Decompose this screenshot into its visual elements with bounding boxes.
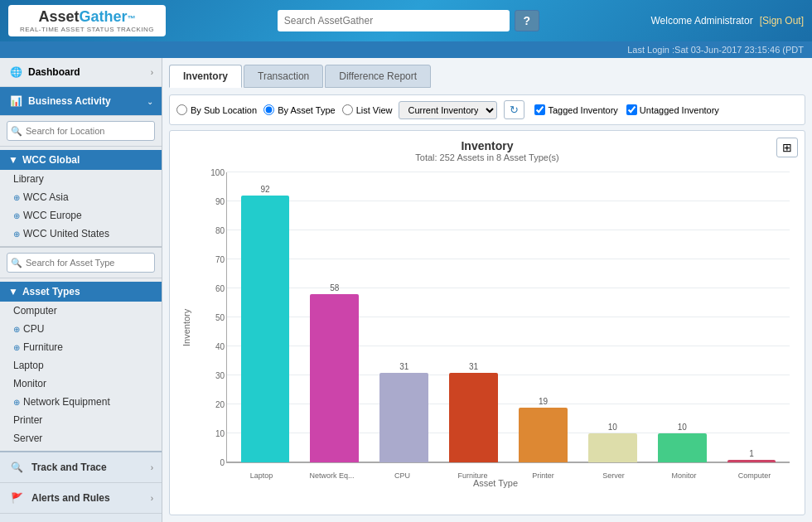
bar-value-label: 19	[539, 397, 548, 406]
chart-subtitle: Total: 252 Assets in 8 Asset Type(s)	[178, 152, 796, 162]
sidebar-item-business-activity[interactable]: 📊 Business Activity ⌄	[0, 87, 162, 116]
search-asset-input[interactable]	[7, 253, 155, 273]
inventory-checkbox-group: Tagged Inventory Untagged Inventory	[534, 104, 718, 115]
logo-subtitle: REAL-TIME ASSET STATUS TRACKING	[15, 26, 159, 33]
asset-item-cpu[interactable]: ⊕ CPU	[0, 320, 162, 338]
y-tick-label: 30	[215, 371, 225, 380]
sign-out-link[interactable]: [Sign Out]	[760, 15, 804, 27]
content-area: Inventory Transaction Difference Report …	[162, 58, 812, 522]
location-expand-icon: ▼	[8, 154, 18, 166]
search-button[interactable]: ?	[515, 10, 539, 31]
y-tick-label: 60	[215, 284, 225, 293]
bar-group: 92	[230, 172, 300, 462]
printer-label: Printer	[13, 414, 42, 426]
asset-tree-header: ▼ Asset Types	[0, 282, 162, 302]
tagged-inventory-label[interactable]: Tagged Inventory	[534, 104, 617, 115]
search-location-wrapper: 🔍	[7, 121, 155, 141]
welcome-text: Welcome Administrator	[650, 15, 752, 27]
asset-tree: ▼ Asset Types Computer ⊕ CPU ⊕ Furniture…	[0, 278, 162, 451]
radio-asset-type[interactable]	[263, 104, 274, 115]
untagged-inventory-checkbox[interactable]	[626, 104, 637, 115]
radio-sub-location-label[interactable]: By Sub Location	[191, 105, 257, 115]
library-label: Library	[13, 173, 44, 185]
y-tick-label: 90	[215, 197, 225, 206]
chart-controls: By Sub Location By Asset Type List View …	[169, 94, 805, 125]
bar-value-label: 10	[678, 423, 687, 432]
logo-title: AssetGather™	[15, 8, 159, 26]
chart-container: Inventory Total: 252 Assets in 8 Asset T…	[169, 130, 805, 515]
y-tick-label: 20	[215, 400, 225, 409]
radio-asset-type-label[interactable]: By Asset Type	[278, 105, 336, 115]
bar	[449, 373, 498, 463]
tab-transaction[interactable]: Transaction	[244, 65, 323, 88]
logo: AssetGather™ REAL-TIME ASSET STATUS TRAC…	[8, 5, 166, 36]
bar	[379, 373, 428, 463]
asset-section-title: Asset Types	[22, 286, 80, 297]
cpu-label: CPU	[23, 323, 44, 335]
search-input[interactable]	[278, 10, 510, 31]
export-button[interactable]: ⊞	[776, 138, 798, 157]
asset-item-network-equipment[interactable]: ⊕ Network Equipment	[0, 393, 162, 411]
radio-list-view-label[interactable]: List View	[356, 105, 393, 115]
bar-group: 19	[509, 172, 578, 462]
bar	[310, 294, 359, 462]
asset-item-furniture[interactable]: ⊕ Furniture	[0, 338, 162, 356]
dashboard-icon: 🌐	[8, 65, 23, 80]
search-location-section: 🔍	[0, 116, 162, 147]
untagged-inventory-label[interactable]: Untagged Inventory	[626, 104, 719, 115]
bar-group: 10	[647, 172, 717, 462]
business-activity-icon: 📊	[8, 94, 23, 109]
location-item-wcc-united-states[interactable]: ⊕ WCC United States	[0, 225, 162, 243]
asset-item-computer[interactable]: Computer	[0, 302, 162, 320]
search-asset-icon: 🔍	[11, 258, 22, 268]
refresh-button[interactable]: ↻	[504, 100, 524, 119]
y-tick-label: 100	[210, 168, 225, 177]
track-trace-icon: 🔍	[8, 459, 25, 476]
location-item-wcc-asia[interactable]: ⊕ WCC Asia	[0, 188, 162, 206]
last-login-text: Last Login :Sat 03-Jun-2017 23:15:46 (PD…	[627, 45, 804, 55]
tab-inventory[interactable]: Inventory	[169, 65, 242, 88]
search-location-input[interactable]	[7, 121, 155, 141]
y-tick-label: 80	[215, 226, 225, 235]
sidebar-item-alerts-rules[interactable]: 🚩 Alerts and Rules ›	[0, 483, 162, 514]
sidebar-item-track-and-trace[interactable]: 🔍 Track and Trace ›	[0, 452, 162, 483]
chart-graph: 0 10 20 30 40 50 60 70 80 90 100	[195, 169, 796, 486]
chart-axes: 0 10 20 30 40 50 60 70 80 90 100	[226, 172, 790, 463]
asset-item-laptop[interactable]: Laptop	[0, 356, 162, 375]
bar	[519, 408, 568, 463]
wcc-us-expand-icon: ⊕	[13, 230, 20, 239]
location-item-wcc-europe[interactable]: ⊕ WCC Europe	[0, 206, 162, 225]
bar	[727, 460, 776, 463]
network-expand-icon: ⊕	[13, 398, 20, 407]
x-label: Monitor	[649, 471, 719, 480]
radio-list-view[interactable]	[342, 104, 353, 115]
track-trace-label: Track and Trace	[31, 462, 151, 473]
asset-item-monitor[interactable]: Monitor	[0, 375, 162, 393]
furniture-label: Furniture	[23, 341, 63, 353]
track-trace-chevron: ›	[151, 463, 153, 472]
y-tick-label: 10	[215, 429, 225, 438]
search-asset-wrapper: 🔍	[7, 253, 155, 273]
asset-item-server[interactable]: Server	[0, 429, 162, 447]
search-asset-section: 🔍	[0, 248, 162, 278]
x-label: Computer	[719, 471, 790, 480]
tab-difference-report[interactable]: Difference Report	[325, 65, 431, 88]
server-label: Server	[13, 433, 42, 444]
radio-sub-location[interactable]	[176, 104, 187, 115]
business-activity-label: Business Activity	[28, 95, 147, 107]
bar-group: 58	[300, 172, 370, 462]
wcc-europe-expand-icon: ⊕	[13, 211, 20, 220]
wcc-us-label: WCC United States	[23, 228, 109, 239]
tagged-inventory-checkbox[interactable]	[534, 104, 545, 115]
search-location-icon: 🔍	[11, 126, 22, 137]
laptop-label: Laptop	[13, 360, 44, 371]
x-label: Network Eq...	[297, 471, 367, 480]
location-item-library[interactable]: Library	[0, 170, 162, 188]
sidebar-item-admin[interactable]: ⚙ Admin ›	[0, 514, 162, 522]
sub-header: Last Login :Sat 03-Jun-2017 23:15:46 (PD…	[0, 41, 812, 58]
asset-expand-icon: ▼	[8, 286, 18, 297]
asset-item-printer[interactable]: Printer	[0, 411, 162, 429]
radio-list-view-group: List View	[342, 104, 393, 115]
inventory-dropdown[interactable]: Current Inventory	[399, 101, 497, 119]
sidebar-item-dashboard[interactable]: 🌐 Dashboard ›	[0, 58, 162, 87]
